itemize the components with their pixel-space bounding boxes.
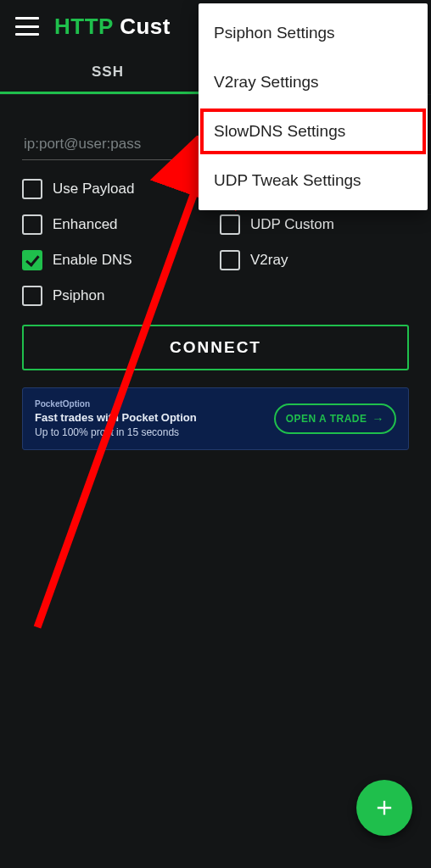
check-label: Enable DNS	[53, 252, 132, 269]
ad-line2: Up to 100% profit in 15 seconds	[35, 426, 197, 438]
menu-item-label: UDP Tweak Settings	[214, 171, 361, 189]
check-enable-dns[interactable]: Enable DNS	[22, 250, 211, 270]
menu-item-v2ray[interactable]: V2ray Settings	[199, 58, 428, 107]
app-title-part1: HTTP	[54, 14, 113, 39]
connect-label: CONNECT	[170, 338, 261, 356]
app-title-part2: Cust	[120, 14, 171, 39]
connect-button[interactable]: CONNECT	[22, 325, 409, 370]
checkbox-icon	[22, 250, 42, 270]
check-label: Psiphon	[53, 287, 104, 304]
check-label: UDP Custom	[250, 216, 334, 233]
menu-item-label: SlowDNS Settings	[214, 122, 345, 140]
check-v2ray[interactable]: V2ray	[220, 250, 409, 270]
ad-cta-button[interactable]: OPEN A TRADE →	[274, 403, 396, 434]
checkbox-icon	[22, 179, 42, 199]
ad-line1: Fast trades with Pocket Option	[35, 411, 197, 424]
ad-text: PocketOption Fast trades with Pocket Opt…	[35, 399, 197, 438]
check-udp-custom[interactable]: UDP Custom	[220, 214, 409, 235]
fab-add-button[interactable]	[356, 780, 412, 836]
menu-item-udp-tweak[interactable]: UDP Tweak Settings	[199, 156, 428, 205]
check-psiphon[interactable]: Psiphon	[22, 286, 211, 306]
checkbox-icon	[220, 214, 240, 235]
menu-icon[interactable]	[15, 17, 39, 36]
app-title: HTTP Cust	[54, 14, 171, 40]
arrow-right-icon: →	[372, 412, 385, 426]
check-label: Use Payload	[53, 181, 134, 198]
check-label: Enhanced	[53, 216, 118, 233]
ad-brand: PocketOption	[35, 399, 197, 409]
ad-banner[interactable]: PocketOption Fast trades with Pocket Opt…	[22, 387, 409, 450]
menu-item-psiphon[interactable]: Psiphon Settings	[199, 8, 428, 58]
checkbox-icon	[220, 250, 240, 270]
ad-cta-label: OPEN A TRADE	[286, 413, 367, 425]
menu-item-slowdns[interactable]: SlowDNS Settings	[199, 107, 428, 156]
check-enhanced[interactable]: Enhanced	[22, 214, 211, 235]
check-use-payload[interactable]: Use Payload	[22, 179, 211, 199]
tab-label: SSH	[92, 64, 124, 81]
checkbox-icon	[22, 286, 42, 306]
menu-item-label: V2ray Settings	[214, 73, 319, 91]
checkbox-icon	[22, 214, 42, 235]
check-label: V2ray	[250, 252, 288, 269]
settings-menu: Psiphon Settings V2ray Settings SlowDNS …	[199, 3, 428, 210]
tab-ssh[interactable]: SSH	[0, 53, 216, 94]
menu-item-label: Psiphon Settings	[214, 24, 335, 42]
plus-icon	[372, 796, 396, 820]
